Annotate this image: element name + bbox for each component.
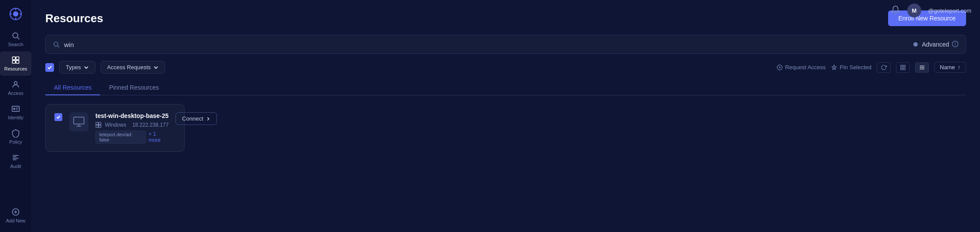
- svg-rect-42: [96, 122, 98, 124]
- search-input[interactable]: [64, 41, 913, 48]
- pin-selected-link[interactable]: Pin Selected: [831, 64, 872, 71]
- sidebar-item-audit[interactable]: Audit: [0, 149, 31, 173]
- svg-rect-10: [13, 61, 16, 64]
- search-row: Advanced: [45, 35, 966, 54]
- grid-icon: [900, 64, 906, 71]
- request-access-icon: [777, 64, 783, 71]
- tab-all-resources-label: All Resources: [54, 84, 91, 91]
- header-row: Resources Enroll New Resource: [45, 10, 966, 26]
- sidebar-item-identity-label: Identity: [8, 115, 23, 120]
- page-title: Resources: [45, 12, 103, 25]
- notification-icon[interactable]: [891, 5, 900, 16]
- main-content: M @goteleport.com Resources Enroll New R…: [31, 0, 980, 232]
- svg-rect-39: [74, 117, 84, 124]
- svg-point-14: [14, 108, 15, 109]
- card-os: Windows: [105, 122, 126, 128]
- sidebar-item-resources-label: Resources: [4, 66, 27, 71]
- avatar-initial: M: [912, 7, 916, 14]
- svg-rect-33: [903, 65, 905, 67]
- svg-point-12: [14, 81, 17, 84]
- tab-pinned-resources-label: Pinned Resources: [109, 84, 159, 91]
- svg-rect-9: [16, 57, 19, 60]
- sort-button[interactable]: Name ↑: [934, 62, 966, 73]
- tab-all-resources[interactable]: All Resources: [45, 81, 100, 95]
- svg-point-6: [13, 33, 18, 38]
- filter-row: Types Access Requests Request Access: [45, 61, 966, 74]
- tabs-row: All Resources Pinned Resources: [45, 81, 966, 95]
- card-more-tags[interactable]: + 1 more: [149, 131, 169, 143]
- types-filter-button[interactable]: Types: [59, 61, 95, 74]
- types-filter-label: Types: [66, 64, 81, 71]
- sidebar-item-audit-label: Audit: [10, 164, 21, 169]
- card-checkbox[interactable]: [54, 113, 62, 121]
- search-activity-indicator: [913, 42, 918, 47]
- svg-rect-45: [99, 125, 101, 128]
- access-requests-chevron-icon: [153, 65, 159, 70]
- sidebar-item-policy[interactable]: Policy: [0, 124, 31, 149]
- sidebar-item-add-new[interactable]: Add New: [0, 203, 31, 228]
- request-access-label: Request Access: [785, 64, 826, 71]
- svg-rect-13: [12, 106, 20, 111]
- svg-rect-35: [903, 68, 905, 70]
- svg-rect-44: [96, 125, 98, 128]
- sidebar-item-resources[interactable]: Resources: [0, 51, 31, 76]
- card-resource-name: test-win-desktop-base-25: [95, 112, 169, 119]
- access-requests-filter-button[interactable]: Access Requests: [101, 61, 165, 74]
- sidebar-add-new-label: Add New: [6, 218, 26, 223]
- grid-view-button[interactable]: [896, 62, 910, 73]
- svg-point-24: [54, 42, 58, 46]
- svg-rect-8: [13, 57, 16, 60]
- app-logo: [0, 4, 31, 27]
- sidebar-item-access-label: Access: [8, 91, 23, 96]
- card-info: test-win-desktop-base-25 Windows 18.222.…: [95, 112, 169, 144]
- advanced-label: Advanced: [922, 41, 949, 48]
- access-requests-filter-label: Access Requests: [107, 64, 151, 71]
- sort-label: Name: [940, 64, 955, 71]
- resource-card: test-win-desktop-base-25 Windows 18.222.…: [45, 104, 185, 152]
- svg-line-25: [57, 46, 59, 47]
- sidebar-item-policy-label: Policy: [9, 139, 22, 145]
- request-access-link[interactable]: Request Access: [777, 64, 826, 71]
- card-resource-icon: [69, 112, 88, 131]
- pin-selected-label: Pin Selected: [840, 64, 872, 71]
- card-meta: Windows 18.222.238.177: [95, 122, 169, 128]
- user-email: @goteleport.com: [928, 7, 971, 14]
- svg-rect-34: [901, 68, 902, 70]
- svg-rect-43: [99, 122, 101, 124]
- svg-point-1: [13, 11, 18, 17]
- svg-rect-11: [16, 61, 19, 64]
- sort-direction-icon: ↑: [958, 64, 961, 71]
- search-icon: [53, 41, 60, 48]
- avatar[interactable]: M: [907, 3, 921, 17]
- list-icon: [919, 64, 925, 71]
- sidebar-item-search-label: Search: [8, 42, 24, 47]
- card-tags: teleport.dev/ad: false + 1 more: [95, 131, 169, 144]
- connect-button[interactable]: Connect: [176, 112, 216, 125]
- card-ip: 18.222.238.177: [132, 122, 169, 128]
- sidebar-item-search[interactable]: Search: [0, 27, 31, 51]
- sidebar-item-access[interactable]: Access: [0, 76, 31, 100]
- search-container: Advanced: [45, 35, 966, 54]
- advanced-info-icon[interactable]: [952, 40, 959, 49]
- connect-button-label: Connect: [182, 115, 203, 122]
- types-chevron-icon: [84, 65, 89, 70]
- card-checkbox-check-icon: [56, 115, 61, 119]
- topbar: M @goteleport.com: [891, 3, 971, 17]
- refresh-button[interactable]: [877, 62, 891, 73]
- tab-pinned-resources[interactable]: Pinned Resources: [100, 81, 167, 95]
- card-tag: teleport.dev/ad: false: [95, 131, 146, 144]
- refresh-icon: [881, 64, 887, 71]
- windows-icon: [95, 122, 101, 128]
- pin-icon: [831, 64, 837, 71]
- right-controls: Request Access Pin Selected: [777, 62, 966, 73]
- sidebar: Search Resources Access Identity Policy: [0, 0, 31, 232]
- svg-line-7: [17, 37, 20, 40]
- sidebar-item-identity[interactable]: Identity: [0, 100, 31, 124]
- desktop-icon: [73, 116, 85, 128]
- select-all-checkbox[interactable]: [45, 63, 54, 72]
- svg-rect-32: [901, 65, 902, 67]
- connect-chevron-icon: [206, 117, 210, 121]
- list-view-button[interactable]: [915, 62, 929, 73]
